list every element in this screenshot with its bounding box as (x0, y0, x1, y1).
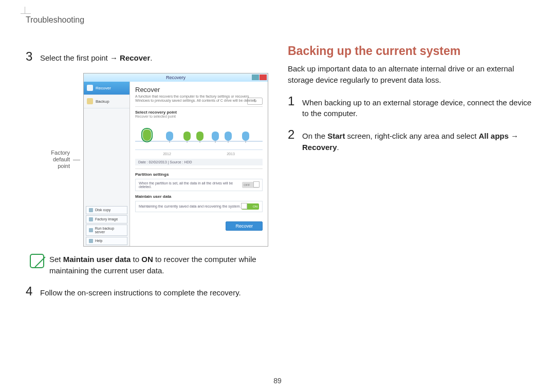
disk-copy-icon (89, 208, 93, 212)
spacer (288, 15, 534, 44)
step-2-body: On the Start screen, right-click any are… (302, 128, 534, 153)
timeline (135, 126, 263, 150)
callout-line-3: point (43, 163, 70, 170)
step-2-arrow: → (511, 132, 519, 140)
callout-factory-default: Factory default point (43, 150, 70, 170)
step-3-bold: Recover (120, 53, 150, 62)
step-1-right: 1 When backing up to an external storage… (288, 95, 534, 120)
step-3-number: 3 (26, 50, 35, 64)
page-number: 89 (273, 377, 282, 385)
step-2-number: 2 (288, 128, 297, 153)
recover-icon (87, 85, 93, 91)
step-3-text-a: Select the first point (40, 53, 110, 62)
maintain-toggle-on-label: ON (253, 205, 257, 208)
note-t1: Set (49, 255, 63, 264)
timeline-pin-2 (166, 132, 173, 141)
partition-toggle-off: OFF (242, 182, 259, 188)
sidebar-backup-label: Backup (96, 99, 109, 104)
shot-main-desc: A function that recovers the computer to… (135, 95, 263, 103)
shot-footer: Recover (135, 221, 263, 231)
heading-backing-up: Backing up the current system (288, 44, 534, 58)
maintain-user-data-row: Maintaining the currently saved data and… (135, 201, 263, 212)
step-2-t5: . (337, 143, 339, 152)
minimize-icon (252, 74, 259, 80)
partition-toggle-off-label: OFF (244, 183, 250, 186)
note-block: Set Maintain user data to ON to recover … (30, 254, 272, 276)
callout-line-2: default (43, 156, 70, 163)
run-backup-icon (89, 228, 93, 232)
factory-image-label: Factory image (95, 217, 118, 221)
maintain-toggle-on: ON (242, 203, 259, 210)
right-column: Backing up the current system Back up im… (288, 15, 534, 308)
shot-main-title: Recover (135, 86, 263, 94)
timeline-years: 2012 2013 (135, 152, 263, 156)
callout-stack: Factory default point (43, 150, 70, 170)
window-buttons (252, 74, 267, 80)
shot-body: Recover Backup Disk copy Factory image R… (84, 82, 268, 246)
maintain-user-data-text: Maintaining the currently saved data and… (139, 204, 240, 208)
note-b2: ON (141, 255, 153, 264)
step-2-b1: Start (327, 132, 345, 140)
step-2-t1: On the (302, 132, 327, 140)
timeline-pin-6 (225, 132, 232, 141)
toggle-knob (253, 181, 260, 188)
note-t2: to (131, 255, 141, 264)
disk-copy-label: Disk copy (95, 208, 110, 212)
note-body: Set Maintain user data to ON to recover … (49, 254, 272, 276)
callout-leader-line (73, 160, 80, 160)
timeline-pin-factory-default (143, 129, 151, 141)
sidebar-recover-label: Recover (96, 86, 111, 90)
help-icon (89, 239, 93, 243)
step-3-body: Select the first point → Recover. (40, 50, 152, 64)
step-1-body: When backing up to an external storage d… (302, 95, 534, 120)
step-3-text-c: . (150, 53, 152, 62)
factory-image-icon (89, 217, 93, 221)
partition-settings-text: When the partition is set, all the data … (139, 181, 242, 189)
step-4: 4 Follow the on-screen instructions to c… (26, 285, 272, 298)
divider-1 (135, 106, 263, 107)
year-2012: 2012 (163, 152, 171, 156)
shot-titlebar: Recovery (84, 73, 268, 82)
partition-settings-row: When the partition is set, all the data … (135, 179, 263, 191)
close-icon (260, 74, 267, 80)
timeline-pin-7 (242, 132, 249, 141)
sidebar-btn-factory-image: Factory image (86, 215, 127, 223)
step-4-number: 4 (26, 285, 35, 298)
sidebar-item-recover: Recover (84, 82, 130, 95)
toggle-knob (241, 203, 247, 209)
sidebar-bottom: Disk copy Factory image Run backup serve… (84, 205, 130, 246)
shot-main: Recover A function that recovers the com… (130, 82, 268, 246)
help-label: Help (95, 239, 102, 242)
step-2-b3: Recovery (302, 143, 337, 152)
shot-sidebar: Recover Backup Disk copy Factory image R… (84, 82, 130, 246)
intro-paragraph: Back up important data to an alternate i… (288, 63, 534, 86)
partition-settings-label: Partition settings (135, 172, 263, 177)
select-recovery-point-label: Select recovery point (135, 110, 263, 115)
run-backup-label: Run backup server (95, 227, 124, 234)
step-3-arrow: → (110, 53, 118, 62)
page: Troubleshooting 3 Select the first point… (0, 0, 555, 308)
timeline-pin-4 (196, 132, 203, 141)
step-1-number: 1 (288, 95, 297, 120)
header-rule (21, 13, 31, 14)
sidebar-btn-run-backup: Run backup server (86, 225, 127, 236)
note-b1: Maintain user data (63, 255, 131, 264)
step-2-t2: screen, right-click any area and select (345, 132, 478, 140)
callout-line-1: Factory (43, 150, 70, 156)
note-icon (30, 254, 44, 268)
sidebar-btn-help: Help (86, 237, 127, 245)
recovery-screenshot: Recovery Recover Backup (83, 73, 268, 247)
recover-button: Recover (226, 221, 263, 231)
section-header: Troubleshooting (26, 15, 272, 25)
date-source-row: Date : 02/02/2013 | Source : HDD (135, 159, 263, 165)
step-3: 3 Select the first point → Recover. (26, 50, 272, 64)
timeline-pin-3 (183, 132, 191, 141)
step-4-body: Follow the on-screen instructions to com… (40, 285, 241, 298)
shot-title: Recovery (166, 75, 186, 80)
left-column: Troubleshooting 3 Select the first point… (26, 15, 272, 308)
step-2-right: 2 On the Start screen, right-click any a… (288, 128, 534, 153)
sidebar-btn-disk-copy: Disk copy (86, 206, 127, 214)
backup-icon (87, 98, 93, 104)
year-2013: 2013 (227, 152, 235, 156)
step-2-b2: All apps (479, 132, 509, 140)
